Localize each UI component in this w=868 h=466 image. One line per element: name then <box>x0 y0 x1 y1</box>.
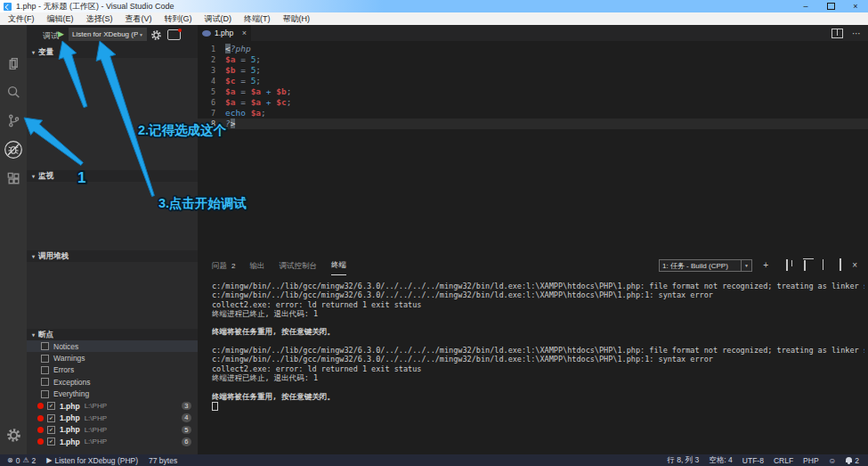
terminal-selector-dropdown[interactable]: 1: 任务 - Build (CPP) ▼ <box>659 259 752 272</box>
debug-console-icon[interactable] <box>167 29 181 40</box>
start-debug-button[interactable]: ▶ <box>58 29 64 38</box>
menu-item[interactable]: 帮助(H) <box>277 12 317 25</box>
code-line[interactable]: 4$c = 5; <box>198 76 868 86</box>
debug-icon[interactable] <box>3 139 24 160</box>
section-watch[interactable]: ▾ 监视 <box>27 170 198 182</box>
kill-terminal-icon[interactable] <box>804 260 806 271</box>
panel-tab-label: 问题 <box>212 261 227 272</box>
breakpoint-file: 1.php <box>60 402 80 411</box>
line-number: 8 <box>198 119 215 129</box>
code-line[interactable]: 7echo $a; <box>198 108 868 119</box>
panel-tab[interactable]: 终端 <box>331 258 346 275</box>
manage-gear-icon[interactable] <box>3 424 24 446</box>
breakpoint-filter-row[interactable]: Notices <box>27 340 198 352</box>
code-line[interactable]: 5$a = $a + $b; <box>198 86 868 97</box>
menu-item[interactable]: 查看(V) <box>119 12 158 25</box>
checkbox-checked[interactable]: ✓ <box>47 402 55 410</box>
breakpoint-filter-row[interactable]: Everything <box>27 388 198 400</box>
breakpoint-row[interactable]: ✓1.phpL:\PHP5 <box>27 424 198 436</box>
terminal-line <box>212 318 864 327</box>
explorer-icon[interactable] <box>3 53 24 74</box>
section-variables[interactable]: ▾ 变量 <box>27 46 198 58</box>
filter-label: Errors <box>53 365 74 374</box>
code-token: $c <box>225 76 235 86</box>
menu-item[interactable]: 文件(F) <box>2 12 41 25</box>
checkbox-checked[interactable]: ✓ <box>47 426 55 434</box>
minimize-button[interactable]: – <box>793 0 818 12</box>
checkbox-unchecked[interactable] <box>41 390 49 398</box>
toggle-panel-icon[interactable] <box>840 260 841 271</box>
panel-tab[interactable]: 问题2 <box>212 258 235 275</box>
section-call-stack[interactable]: ▾ 调用堆栈 <box>27 250 198 262</box>
problems-status[interactable]: ⊗ 0 ⚠ 2 <box>7 456 36 465</box>
checkbox-checked[interactable]: ✓ <box>47 414 55 422</box>
code-line[interactable]: 8?> <box>198 119 868 129</box>
code-line[interactable]: 3$b = 5; <box>198 65 868 76</box>
error-count: 0 <box>16 456 20 465</box>
more-actions-icon[interactable]: ⋯ <box>852 29 861 37</box>
code-token: = <box>235 54 250 64</box>
source-control-icon[interactable] <box>3 110 24 131</box>
code-line[interactable]: 6$a = $a + $c; <box>198 97 868 108</box>
breakpoint-path: L:\PHP <box>85 426 107 434</box>
close-panel-icon[interactable]: × <box>852 260 857 271</box>
menu-item[interactable]: 选择(S) <box>80 12 119 25</box>
checkbox-unchecked[interactable] <box>41 355 49 363</box>
warning-icon: ⚠ <box>22 456 28 464</box>
encoding[interactable]: UTF-8 <box>742 456 764 465</box>
breakpoint-row[interactable]: ✓1.phpL:\PHP6 <box>27 436 198 447</box>
cursor-position[interactable]: 行 8, 列 3 <box>667 455 699 466</box>
indentation[interactable]: 空格: 4 <box>709 455 732 466</box>
menu-item[interactable]: 调试(D) <box>199 12 239 25</box>
terminal-prompt[interactable] <box>212 401 864 410</box>
checkbox-checked[interactable]: ✓ <box>47 437 55 446</box>
breakpoint-filter-row[interactable]: Warnings <box>27 352 198 364</box>
panel-tab[interactable]: 调试控制台 <box>279 258 317 275</box>
menu-item[interactable]: 编辑(E) <box>41 12 80 25</box>
checkbox-unchecked[interactable] <box>41 342 49 350</box>
panel-tab[interactable]: 输出 <box>249 258 264 275</box>
code-token: ? <box>225 119 231 128</box>
section-breakpoints[interactable]: ▾ 断点 <box>27 329 198 340</box>
eol-sequence[interactable]: CRLF <box>774 456 793 465</box>
new-terminal-icon[interactable]: + <box>763 260 768 271</box>
extensions-icon[interactable] <box>3 168 24 189</box>
split-editor-icon[interactable] <box>831 29 843 38</box>
code-line[interactable]: 1<?php <box>198 44 868 54</box>
maximize-panel-icon[interactable] <box>823 260 823 271</box>
language-mode[interactable]: PHP <box>803 456 818 465</box>
menu-item[interactable]: 终端(T) <box>238 12 277 25</box>
notifications-bell[interactable]: 2 <box>846 456 859 465</box>
debug-status[interactable]: ▶ Listen for XDebug (PHP) <box>46 456 138 465</box>
configure-gear-icon[interactable] <box>150 29 162 45</box>
panel-icon <box>840 258 841 271</box>
section-label: 断点 <box>38 330 53 340</box>
menu-item[interactable]: 转到(G) <box>158 12 199 25</box>
code-line[interactable]: 2$a = 5; <box>198 54 868 65</box>
file-size-status[interactable]: 77 bytes <box>149 456 177 465</box>
terminal-line: collect2.exe: error: ld returned 1 exit … <box>212 300 864 309</box>
debug-config-dropdown[interactable]: Listen for XDebug (PHI ▼ <box>69 28 147 41</box>
checkbox-unchecked[interactable] <box>41 378 49 386</box>
breakpoint-row[interactable]: ✓1.phpL:\PHP4 <box>27 412 198 423</box>
feedback-smiley-icon[interactable]: ☺ <box>829 456 837 465</box>
checkbox-unchecked[interactable] <box>41 366 49 374</box>
terminal-gap <box>212 337 864 346</box>
breakpoint-filter-row[interactable]: Exceptions <box>27 376 198 388</box>
search-icon[interactable] <box>3 81 24 102</box>
split-terminal-icon[interactable] <box>786 260 788 271</box>
debug-status-label: Listen for XDebug (PHP) <box>55 456 139 465</box>
line-number: 4 <box>198 76 215 86</box>
editor-tab-bar: 1.php × ⋯ <box>198 25 868 41</box>
code-editor[interactable]: 1<?php2$a = 5;3$b = 5;4$c = 5;5$a = $a +… <box>198 41 868 257</box>
breakpoint-filter-row[interactable]: Errors <box>27 364 198 376</box>
terminal-output[interactable]: c:/mingw/bin/../lib/gcc/mingw32/6.3.0/..… <box>212 282 864 453</box>
breakpoint-row[interactable]: ✓1.phpL:\PHP3 <box>27 400 198 412</box>
tab-close-icon[interactable]: × <box>242 29 247 37</box>
maximize-button[interactable] <box>818 0 843 12</box>
line-number: 1 <box>198 44 215 54</box>
tab-1php[interactable]: 1.php × <box>198 25 251 41</box>
chevron-down-icon: ▼ <box>741 260 749 271</box>
close-button[interactable]: × <box>843 0 868 12</box>
status-bar: ⊗ 0 ⚠ 2 ▶ Listen for XDebug (PHP) 77 byt… <box>0 454 868 466</box>
